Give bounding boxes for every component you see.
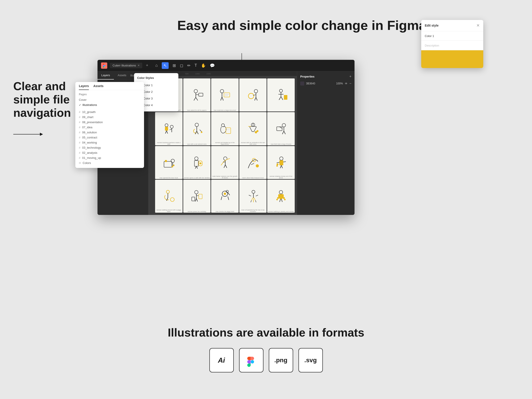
svg-label: .svg bbox=[304, 357, 317, 364]
illustration-caption: man checks his piggy bank bbox=[211, 211, 239, 212]
text-tool-icon[interactable]: T bbox=[195, 63, 197, 68]
home-tool-icon[interactable]: ⌂ bbox=[155, 63, 158, 68]
svg-line-56 bbox=[284, 131, 285, 134]
svg-line-109 bbox=[280, 199, 280, 202]
edit-style-close-icon[interactable]: ✕ bbox=[476, 23, 480, 28]
svg-point-50 bbox=[256, 130, 258, 132]
layers-list-item-07-idea[interactable]: #07_idea bbox=[79, 125, 140, 130]
illustration-caption: man is frustrated by the rise in tax num… bbox=[239, 209, 267, 212]
svg-point-13 bbox=[220, 89, 224, 93]
svg-point-76 bbox=[280, 157, 283, 160]
visibility-toggle-icon[interactable]: 👁 bbox=[345, 82, 348, 85]
color-hex-value[interactable]: 3B3640 bbox=[306, 82, 334, 85]
svg-point-108 bbox=[284, 199, 286, 201]
layers-list-item-03-technology[interactable]: #03_technology bbox=[79, 145, 140, 150]
layers-list-item-05-contract[interactable]: #05_contract bbox=[79, 135, 140, 140]
comment-tool-icon[interactable]: 💬 bbox=[210, 63, 215, 68]
pen-tool-icon[interactable]: ✏ bbox=[187, 63, 190, 68]
format-badge-png: .png bbox=[269, 348, 293, 372]
format-icons: Ai .png .svg bbox=[209, 348, 323, 372]
illustration-caption: male trainer rejoices over the growth of… bbox=[211, 176, 239, 178]
format-badge-figma bbox=[239, 348, 263, 372]
svg-line-25 bbox=[256, 97, 257, 100]
color-opacity-value[interactable]: 100% bbox=[336, 82, 343, 85]
svg-point-86 bbox=[195, 190, 198, 194]
layers-popup-body: Pages Cover Illustrations #10_growth #09… bbox=[75, 90, 144, 168]
layers-list-item-colors[interactable]: ⊟Colors bbox=[79, 161, 140, 165]
svg-line-34 bbox=[165, 131, 166, 133]
hand-tool-icon[interactable]: ✋ bbox=[201, 63, 206, 68]
svg-point-20 bbox=[254, 89, 258, 93]
svg-line-73 bbox=[225, 165, 227, 168]
svg-line-35 bbox=[166, 131, 167, 133]
add-property-icon[interactable]: + bbox=[349, 75, 351, 78]
layers-page-cover[interactable]: Cover bbox=[79, 97, 140, 102]
color-style-label-4: Color 4 bbox=[143, 103, 153, 107]
arrow-line bbox=[13, 134, 40, 134]
illustration-caption: woman shaking money out of her purse bbox=[267, 176, 295, 178]
svg-point-94 bbox=[224, 193, 226, 195]
layers-list-item-06-solution[interactable]: #06_solution bbox=[79, 130, 140, 135]
illustration-caption: woman business partners made a deal bbox=[155, 142, 183, 145]
layers-popup-tab-assets[interactable]: Assets bbox=[93, 84, 103, 90]
layers-assets-popup: Layers Assets Pages Cover Illustrations … bbox=[75, 82, 144, 168]
svg-rect-57 bbox=[164, 162, 172, 167]
svg-line-68 bbox=[196, 166, 198, 169]
illustration-cell: woman walking around with a piggy bank bbox=[155, 180, 183, 213]
figma-tab-label: Cuterr Illustrations bbox=[113, 64, 136, 67]
figma-assets-tab[interactable]: Assets bbox=[114, 71, 130, 80]
svg-rect-77 bbox=[279, 160, 283, 165]
edit-style-name-field[interactable] bbox=[421, 31, 483, 41]
edit-style-popup: Edit style ✕ Description bbox=[421, 20, 483, 68]
illustration-cell: woman with an umbrella in the rain with … bbox=[239, 112, 267, 145]
ai-label: Ai bbox=[218, 356, 225, 364]
svg-point-59 bbox=[171, 159, 174, 163]
svg-point-39 bbox=[195, 123, 199, 127]
svg-line-11 bbox=[194, 97, 196, 100]
svg-line-29 bbox=[279, 97, 281, 100]
color-style-label-1: Color 1 bbox=[143, 83, 153, 87]
layers-popup-tab-layers[interactable]: Layers bbox=[79, 84, 89, 90]
shape-tool-icon[interactable]: ◻ bbox=[180, 63, 183, 68]
svg-line-98 bbox=[228, 196, 229, 200]
layers-list-item-04-working[interactable]: #04_working bbox=[79, 140, 140, 145]
svg-line-96 bbox=[228, 193, 230, 195]
layers-page-illustrations[interactable]: Illustrations bbox=[79, 102, 140, 108]
illustration-cell: woman opens a safe with her window bbox=[183, 146, 211, 179]
svg-point-26 bbox=[279, 89, 283, 92]
remove-property-icon[interactable]: − bbox=[349, 82, 351, 86]
illustration-cell: man with a cat calmed coins bbox=[183, 112, 211, 145]
layers-list-item-01-moving-up[interactable]: #01_moving_up bbox=[79, 156, 140, 160]
color-style-label-3: Color 3 bbox=[143, 97, 153, 100]
layers-list-item-10-growth[interactable]: #10_growth bbox=[79, 110, 140, 114]
illustration-cell: man checks his piggy bank bbox=[211, 180, 239, 213]
svg-rect-9 bbox=[199, 93, 203, 96]
svg-line-67 bbox=[195, 166, 196, 169]
svg-rect-58 bbox=[165, 160, 167, 162]
svg-line-72 bbox=[224, 165, 225, 168]
ruler-tick: 1500 bbox=[206, 73, 211, 75]
layers-list-item-02-analysis[interactable]: #02_analysis bbox=[79, 150, 140, 155]
color-swatch[interactable] bbox=[300, 82, 304, 86]
svg-point-62 bbox=[171, 166, 173, 167]
svg-line-101 bbox=[251, 201, 252, 203]
layers-list-item-09-chart[interactable]: #09_chart bbox=[79, 115, 140, 120]
figma-layers-tab[interactable]: Layers bbox=[97, 71, 114, 80]
svg-line-30 bbox=[281, 97, 283, 100]
figma-tab-add-icon[interactable]: + bbox=[146, 63, 148, 68]
figma-tab[interactable]: Cuterr Illustrations ✕ bbox=[110, 63, 142, 68]
select-tool-icon[interactable]: ↖ bbox=[162, 62, 169, 69]
layers-list-item-08-presentation[interactable]: #08_presentation bbox=[79, 120, 140, 125]
svg-point-63 bbox=[195, 157, 198, 160]
format-badge-ai: Ai bbox=[209, 348, 234, 372]
edit-style-description-field[interactable]: Description bbox=[421, 41, 483, 50]
frame-tool-icon[interactable]: ⊞ bbox=[173, 63, 176, 68]
svg-line-79 bbox=[281, 165, 283, 168]
svg-rect-90 bbox=[192, 197, 195, 201]
svg-point-105 bbox=[277, 197, 279, 199]
figma-tab-close-icon[interactable]: ✕ bbox=[138, 64, 139, 67]
edit-style-name-input[interactable] bbox=[425, 34, 480, 38]
figma-tools: ⌂ ↖ ⊞ ◻ ✏ T ✋ 💬 bbox=[155, 62, 215, 69]
illustration-cell bbox=[239, 78, 267, 111]
bottom-title: Illustrations are available in formats bbox=[168, 326, 364, 339]
